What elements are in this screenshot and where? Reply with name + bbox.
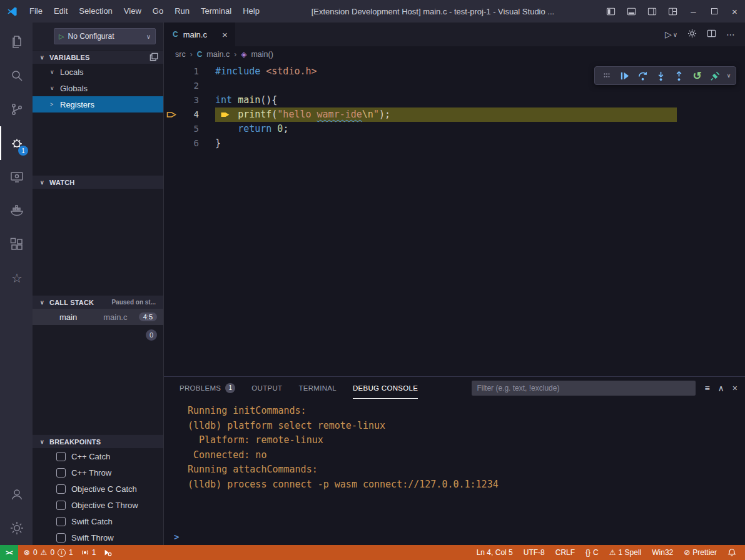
disconnect-icon[interactable] bbox=[707, 68, 724, 84]
more-actions-icon[interactable]: ⋯ bbox=[726, 29, 735, 39]
activity-remote-explorer-icon[interactable] bbox=[0, 160, 33, 194]
start-debug-icon[interactable]: ▷ bbox=[59, 32, 64, 41]
breakpoint-objc-throw[interactable]: Objective C Throw bbox=[33, 497, 163, 513]
cursor-position[interactable]: Ln 4, Col 5 bbox=[477, 548, 513, 557]
step-over-icon[interactable] bbox=[634, 68, 651, 84]
panel-tabs: PROBLEMS 1 OUTPUT TERMINAL DEBUG CONSOLE bbox=[180, 377, 418, 399]
restore-icon bbox=[711, 8, 717, 14]
menu-help[interactable]: Help bbox=[237, 0, 265, 22]
close-button[interactable]: × bbox=[724, 0, 745, 22]
tab-main-c[interactable]: C main.c × bbox=[164, 22, 235, 46]
debug-status-icon[interactable] bbox=[103, 548, 112, 557]
activity-search-icon[interactable] bbox=[0, 59, 33, 92]
variables-scope-locals[interactable]: ∨ Locals bbox=[33, 64, 163, 80]
language-mode[interactable]: {} C bbox=[585, 548, 599, 557]
c-file-icon: C bbox=[173, 30, 178, 39]
menu-run[interactable]: Run bbox=[169, 0, 195, 22]
breakpoint-swift-catch[interactable]: Swift Catch bbox=[33, 513, 163, 529]
current-frame-arrow-icon[interactable] bbox=[164, 108, 178, 122]
breakpoint-cpp-throw[interactable]: C++ Throw bbox=[33, 464, 163, 481]
code-editor[interactable]: ↺ ∨ 1 #include <stdio.h> 2 bbox=[164, 62, 745, 376]
breakpoint-swift-throw[interactable]: Swift Throw bbox=[33, 529, 163, 545]
encoding-indicator[interactable]: UTF-8 bbox=[524, 548, 545, 557]
platform-indicator[interactable]: Win32 bbox=[652, 548, 673, 557]
breakpoint-gutter[interactable] bbox=[164, 136, 178, 151]
notifications-bell-icon[interactable] bbox=[727, 548, 736, 557]
editor-settings-gear-icon[interactable] bbox=[687, 29, 697, 40]
tab-terminal[interactable]: TERMINAL bbox=[298, 377, 337, 399]
tab-problems[interactable]: PROBLEMS 1 bbox=[180, 377, 235, 399]
breakpoint-cpp-catch[interactable]: C++ Catch bbox=[33, 448, 163, 464]
variables-section-header[interactable]: ∨ VARIABLES bbox=[33, 50, 163, 64]
split-editor-icon[interactable] bbox=[707, 29, 716, 40]
breakpoint-checkbox[interactable] bbox=[56, 484, 66, 494]
spell-label: 1 Spell bbox=[619, 548, 642, 557]
stack-frame-row[interactable]: main main.c 4:5 bbox=[33, 309, 163, 325]
breakpoint-gutter[interactable] bbox=[164, 64, 178, 79]
breakpoint-gutter[interactable] bbox=[164, 79, 178, 93]
toggle-secondary-sidebar-icon[interactable] bbox=[642, 0, 662, 22]
breakpoint-objc-catch[interactable]: Objective C Catch bbox=[33, 481, 163, 497]
variables-scope-globals[interactable]: ∨ Globals bbox=[33, 80, 163, 96]
eol-indicator[interactable]: CRLF bbox=[555, 548, 575, 557]
breakpoint-checkbox[interactable] bbox=[56, 533, 66, 542]
console-filter-input[interactable] bbox=[477, 384, 691, 392]
activity-source-control-icon[interactable] bbox=[0, 92, 33, 126]
restart-icon[interactable]: ↺ bbox=[689, 68, 706, 84]
chevron-down-icon[interactable]: ∨ bbox=[725, 72, 732, 79]
step-into-icon[interactable] bbox=[652, 68, 669, 84]
continue-icon[interactable] bbox=[616, 68, 633, 84]
tab-debug-console[interactable]: DEBUG CONSOLE bbox=[353, 377, 418, 399]
call-stack-section-header[interactable]: ∨ CALL STACK Paused on st... bbox=[33, 295, 163, 309]
menu-file[interactable]: File bbox=[24, 0, 48, 22]
run-file-button[interactable]: ▷ ∨ bbox=[665, 29, 677, 39]
menu-view[interactable]: View bbox=[118, 0, 147, 22]
breakpoint-gutter[interactable] bbox=[164, 122, 178, 136]
variables-scope-registers[interactable]: > Registers bbox=[33, 96, 163, 112]
toggle-sidebar-icon[interactable] bbox=[601, 0, 621, 22]
tab-output[interactable]: OUTPUT bbox=[251, 377, 282, 399]
toggle-panel-icon[interactable] bbox=[621, 0, 642, 22]
breakpoint-checkbox[interactable] bbox=[56, 501, 66, 510]
ports-indicator[interactable]: 1 bbox=[81, 548, 96, 557]
chevron-down-icon: ∨ bbox=[146, 33, 151, 40]
activity-extensions-icon[interactable] bbox=[0, 228, 33, 261]
activity-run-debug-icon[interactable]: 1 bbox=[0, 126, 33, 160]
remote-indicator[interactable]: >< bbox=[0, 545, 18, 560]
breakpoint-checkbox[interactable] bbox=[56, 452, 66, 461]
activity-explorer-icon[interactable] bbox=[0, 25, 33, 59]
collapse-panel-icon[interactable]: ∧ bbox=[718, 383, 724, 393]
close-panel-icon[interactable]: × bbox=[732, 383, 737, 393]
breadcrumb-symbol[interactable]: main() bbox=[251, 50, 273, 59]
formatter-status[interactable]: ⊘ Prettier bbox=[684, 548, 717, 557]
activity-favorites-icon[interactable]: ☆ bbox=[0, 261, 33, 295]
breakpoints-section-header[interactable]: ∨ BREAKPOINTS bbox=[33, 434, 163, 448]
step-out-icon[interactable] bbox=[671, 68, 687, 84]
minimize-button[interactable]: – bbox=[683, 0, 704, 22]
tab-close-icon[interactable]: × bbox=[222, 29, 228, 40]
breadcrumb-folder[interactable]: src bbox=[175, 50, 186, 59]
collapse-all-icon[interactable] bbox=[150, 52, 158, 62]
breakpoint-gutter[interactable] bbox=[164, 93, 178, 108]
activity-accounts-icon[interactable] bbox=[0, 478, 33, 511]
toolbar-drag-handle[interactable] bbox=[598, 68, 615, 84]
breakpoint-checkbox[interactable] bbox=[56, 468, 66, 478]
activity-settings-gear-icon[interactable] bbox=[0, 511, 33, 545]
menu-selection[interactable]: Selection bbox=[73, 0, 118, 22]
breadcrumb-file[interactable]: main.c bbox=[206, 50, 230, 59]
menu-terminal[interactable]: Terminal bbox=[195, 0, 237, 22]
watch-section-header[interactable]: ∨ WATCH bbox=[33, 175, 163, 189]
menu-go[interactable]: Go bbox=[147, 0, 169, 22]
debug-configuration-dropdown[interactable]: ▷ No Configurat ∨ bbox=[54, 28, 156, 44]
spell-checker-status[interactable]: ⚠ 1 Spell bbox=[609, 548, 641, 557]
menu-edit[interactable]: Edit bbox=[48, 0, 73, 22]
breakpoint-checkbox[interactable] bbox=[56, 517, 66, 526]
restore-button[interactable] bbox=[704, 0, 724, 22]
customize-layout-icon[interactable] bbox=[662, 0, 683, 22]
code-token: \n bbox=[362, 109, 373, 120]
debug-console-input-row[interactable]: > bbox=[164, 529, 745, 545]
output-settings-icon[interactable]: ≡ bbox=[704, 383, 709, 393]
problems-summary[interactable]: ⊗ 0 ⚠ 0 i 1 bbox=[24, 548, 73, 557]
activity-docker-icon[interactable] bbox=[0, 194, 33, 228]
breadcrumb-separator-icon: › bbox=[190, 50, 193, 59]
